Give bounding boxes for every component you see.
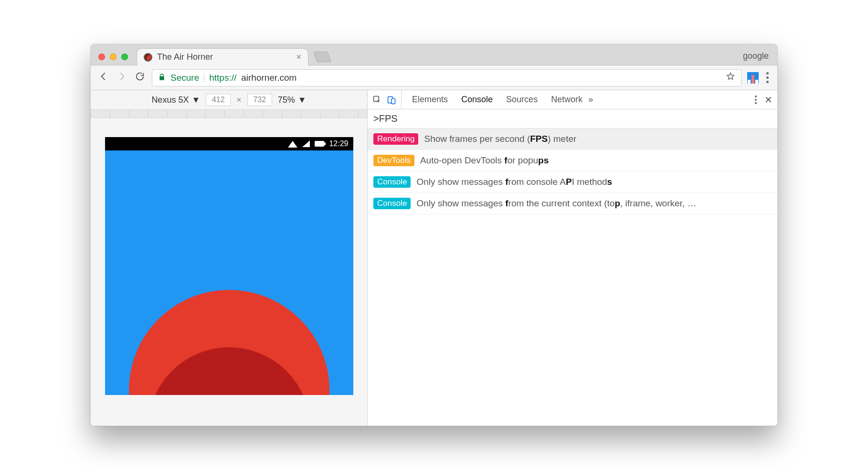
command-menu-result[interactable]: ConsoleOnly show messages from the curre… (368, 193, 777, 214)
lighthouse-extension-icon[interactable] (747, 72, 759, 84)
device-width-input[interactable] (206, 94, 231, 106)
chevron-down-icon: ▼ (298, 95, 307, 105)
back-button[interactable] (97, 71, 110, 85)
chevron-down-icon: ▼ (191, 95, 200, 105)
command-menu-input[interactable]: >FPS (368, 109, 777, 128)
separator (204, 73, 204, 83)
zoom-selector[interactable]: 75% ▼ (278, 95, 307, 105)
browser-window: The Air Horner × google Secure (90, 44, 778, 426)
devtools-header: ElementsConsoleSourcesNetwork » ✕ (368, 90, 777, 109)
device-frame: 12:29 (105, 137, 353, 395)
wifi-icon (288, 141, 297, 148)
battery-icon (315, 141, 324, 147)
status-time: 12:29 (329, 139, 348, 148)
command-menu-result[interactable]: DevToolsAuto-open DevTools for popups (368, 150, 777, 171)
new-tab-button[interactable] (313, 52, 331, 62)
device-toolbar: Nexus 5X ▼ × 75% ▼ (91, 90, 367, 109)
devtools-tab-console[interactable]: Console (461, 95, 493, 105)
lock-icon (158, 73, 166, 83)
tab-title: The Air Horner (157, 52, 213, 62)
devtools-overflow-button[interactable]: » (588, 95, 593, 105)
svg-rect-2 (392, 98, 395, 104)
command-badge: Console (373, 176, 411, 188)
toggle-device-toolbar-icon[interactable] (387, 95, 396, 105)
command-badge: DevTools (373, 155, 414, 166)
command-badge: Rendering (373, 133, 418, 145)
zoom-value: 75% (278, 95, 295, 105)
bookmark-star-icon[interactable] (726, 72, 735, 84)
ruler (91, 109, 367, 118)
devtools-tab-sources[interactable]: Sources (506, 95, 538, 105)
command-text: Only show messages from the current cont… (416, 198, 696, 209)
command-menu-result[interactable]: ConsoleOnly show messages from console A… (368, 171, 777, 193)
url-protocol: https:// (209, 73, 236, 83)
inspect-element-icon[interactable] (372, 95, 382, 105)
chrome-menu-button[interactable] (764, 72, 771, 83)
window-minimize-button[interactable] (110, 53, 116, 60)
cellular-icon (302, 140, 310, 147)
command-menu-result[interactable]: RenderingShow frames per second (FPS) me… (368, 128, 777, 150)
forward-button[interactable] (116, 71, 128, 85)
profile-label[interactable]: google (743, 51, 773, 65)
command-menu-query: >FPS (373, 113, 398, 124)
browser-tab[interactable]: The Air Horner × (137, 48, 308, 65)
devtools-tab-network[interactable]: Network (551, 95, 582, 105)
airhorner-app-viewport[interactable] (105, 150, 353, 395)
url-host: airhorner.com (241, 73, 296, 83)
devtools-close-button[interactable]: ✕ (764, 94, 773, 106)
window-close-button[interactable] (98, 53, 105, 60)
command-badge: Console (373, 198, 411, 209)
secure-label: Secure (170, 73, 199, 83)
devtools-menu-button[interactable] (755, 96, 757, 104)
command-text: Auto-open DevTools for popups (420, 155, 549, 166)
devtools-tab-elements[interactable]: Elements (412, 95, 448, 105)
reload-button[interactable] (134, 71, 146, 85)
command-text: Show frames per second (FPS) meter (424, 134, 576, 144)
device-height-input[interactable] (247, 94, 272, 106)
tab-strip: The Air Horner × google (91, 44, 777, 65)
command-text: Only show messages from console API meth… (416, 177, 612, 187)
android-status-bar: 12:29 (105, 137, 353, 150)
window-controls (94, 53, 133, 65)
devtools-pane: ElementsConsoleSourcesNetwork » ✕ >FPS R… (368, 90, 777, 426)
address-bar[interactable]: Secure https://airhorner.com (152, 69, 741, 86)
tab-close-button[interactable]: × (296, 52, 301, 62)
device-name: Nexus 5X (151, 95, 189, 105)
device-selector[interactable]: Nexus 5X ▼ (151, 95, 200, 105)
device-preview-pane: Nexus 5X ▼ × 75% ▼ (91, 90, 368, 426)
airhorner-favicon-icon (144, 53, 152, 62)
command-menu-results: RenderingShow frames per second (FPS) me… (368, 128, 777, 214)
devtools-tabs: ElementsConsoleSourcesNetwork (405, 95, 582, 105)
browser-toolbar: Secure https://airhorner.com (91, 65, 777, 90)
dimension-separator: × (236, 95, 242, 105)
window-zoom-button[interactable] (121, 53, 128, 60)
